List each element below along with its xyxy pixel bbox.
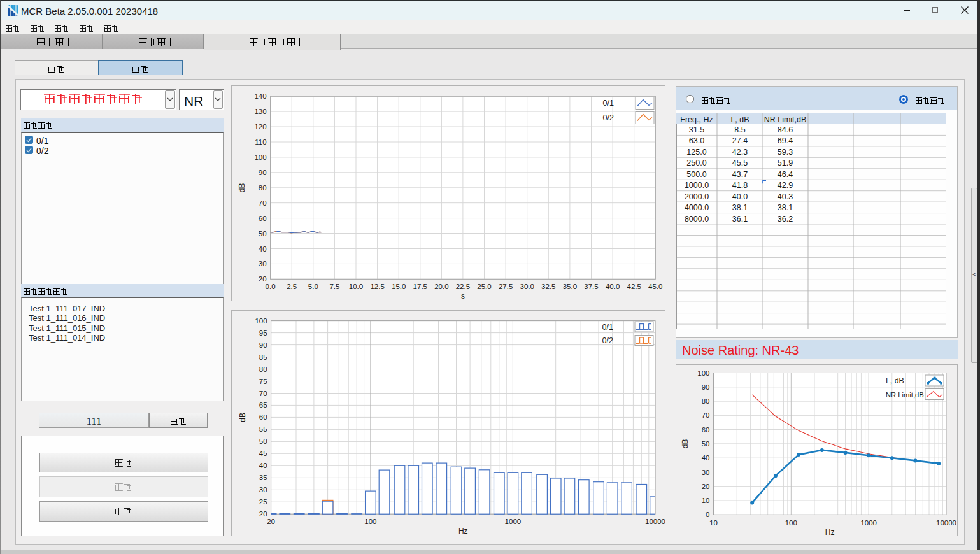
svg-text:45: 45 [259,450,267,457]
svg-text:38.1: 38.1 [778,203,793,212]
svg-text:0/1: 0/1 [602,323,613,332]
svg-text:80: 80 [702,397,710,405]
svg-text:50: 50 [259,230,267,238]
svg-text:10: 10 [709,519,718,527]
svg-text:41.8: 41.8 [732,181,748,190]
svg-text:10.0: 10.0 [349,283,363,290]
svg-text:59.3: 59.3 [778,148,793,157]
svg-text:60: 60 [259,215,267,222]
svg-text:60: 60 [259,413,267,421]
svg-text:40.3: 40.3 [778,192,793,201]
svg-text:65: 65 [259,401,267,409]
svg-text:130: 130 [254,108,266,115]
svg-text:75: 75 [259,378,267,385]
svg-text:100: 100 [697,369,709,377]
svg-text:1000.0: 1000.0 [685,181,709,190]
svg-text:25: 25 [259,498,267,506]
svg-text:36.2: 36.2 [778,215,793,224]
svg-text:10000: 10000 [645,518,665,525]
svg-text:40: 40 [702,454,710,462]
svg-text:0/2: 0/2 [603,113,614,122]
svg-text:10: 10 [702,497,710,504]
svg-text:12.5: 12.5 [370,283,384,290]
svg-text:90: 90 [259,169,267,176]
svg-text:69.4: 69.4 [778,136,793,145]
svg-text:5.0: 5.0 [308,283,318,290]
svg-text:30.0: 30.0 [520,283,534,290]
svg-text:20: 20 [702,483,710,490]
svg-text:125.0: 125.0 [686,148,706,157]
svg-text:s: s [461,292,465,301]
svg-text:10000: 10000 [936,519,956,527]
svg-text:35: 35 [259,474,267,481]
svg-text:7.5: 7.5 [329,283,339,290]
svg-text:43.7: 43.7 [732,170,748,179]
svg-text:90: 90 [259,341,267,349]
svg-text:35.0: 35.0 [563,283,577,290]
svg-text:17.5: 17.5 [413,283,427,290]
svg-text:NR Limit,dB: NR Limit,dB [764,115,807,124]
svg-text:Freq., Hz: Freq., Hz [680,115,713,124]
svg-text:42.3: 42.3 [732,148,748,157]
svg-text:38.1: 38.1 [732,203,748,212]
svg-text:0/1: 0/1 [603,99,614,108]
svg-text:31.5: 31.5 [689,125,704,134]
svg-text:0: 0 [706,511,709,518]
svg-text:dB: dB [681,439,690,449]
svg-text:140: 140 [254,92,266,100]
svg-text:0/2: 0/2 [602,336,613,345]
svg-text:Hz: Hz [825,528,835,536]
svg-text:100: 100 [254,153,266,161]
svg-text:30: 30 [259,486,267,494]
svg-text:1000: 1000 [505,518,522,525]
svg-text:50: 50 [259,437,267,445]
svg-text:dB: dB [238,183,246,192]
svg-text:95: 95 [259,329,267,337]
svg-text:85: 85 [259,353,267,361]
svg-text:36.1: 36.1 [732,215,748,224]
svg-text:8.5: 8.5 [734,125,745,134]
svg-text:2000.0: 2000.0 [685,192,709,201]
svg-text:100: 100 [364,518,376,525]
svg-text:27.4: 27.4 [732,136,748,145]
svg-text:30: 30 [259,260,267,267]
svg-text:L, dB: L, dB [886,376,904,385]
svg-text:32.5: 32.5 [541,283,555,290]
svg-text:L, dB: L, dB [730,115,749,124]
svg-text:45.5: 45.5 [732,159,748,167]
svg-text:100: 100 [785,519,797,527]
svg-text:45.0: 45.0 [648,283,662,290]
svg-text:55: 55 [259,425,267,433]
svg-text:30: 30 [702,469,710,476]
svg-text:42.9: 42.9 [778,181,793,190]
svg-text:100: 100 [255,317,267,325]
svg-text:20: 20 [267,518,275,525]
svg-text:51.9: 51.9 [778,159,793,167]
svg-text:1000: 1000 [860,519,877,527]
svg-text:120: 120 [254,123,266,131]
svg-text:63.0: 63.0 [689,136,704,145]
svg-text:42.5: 42.5 [627,283,641,290]
svg-text:80: 80 [259,366,267,373]
svg-text:500.0: 500.0 [686,170,706,179]
svg-text:37.5: 37.5 [584,283,598,290]
svg-text:84.6: 84.6 [778,125,793,134]
svg-text:0.0: 0.0 [266,283,276,290]
svg-text:80: 80 [259,184,267,192]
svg-text:40.0: 40.0 [732,192,748,201]
svg-text:Hz: Hz [458,527,468,536]
svg-text:20: 20 [259,275,267,283]
svg-text:60: 60 [702,426,710,434]
svg-text:8000.0: 8000.0 [685,215,709,224]
svg-text:70: 70 [702,411,710,419]
svg-text:110: 110 [255,138,266,146]
svg-text:40: 40 [259,462,267,469]
svg-text:15.0: 15.0 [392,283,406,290]
svg-text:70: 70 [259,390,267,397]
svg-text:40: 40 [259,245,267,253]
svg-text:70: 70 [259,199,267,207]
svg-text:20.0: 20.0 [434,283,448,290]
svg-text:50: 50 [702,440,710,448]
svg-text:46.4: 46.4 [778,170,793,179]
svg-text:40.0: 40.0 [606,283,620,290]
